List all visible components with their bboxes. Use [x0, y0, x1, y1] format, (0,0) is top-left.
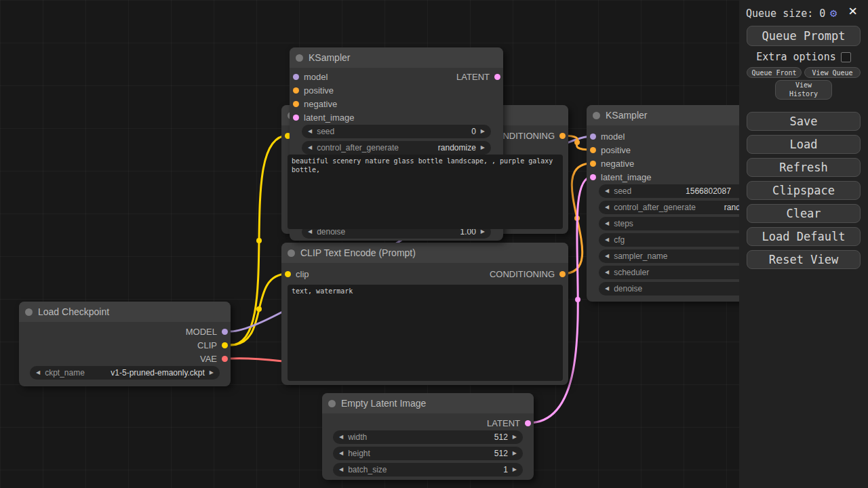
vae-output-port[interactable]: VAE — [200, 352, 228, 365]
negative-input-port[interactable]: negative — [590, 157, 634, 170]
port-label: MODEL — [186, 327, 217, 337]
queue-prompt-button[interactable]: Queue Prompt — [747, 26, 861, 46]
extra-options-row: Extra options — [747, 51, 861, 63]
widget-value: 1 — [503, 465, 508, 474]
load-button[interactable]: Load — [747, 135, 861, 154]
latent-port-dot[interactable] — [494, 74, 500, 80]
settings-gear-icon[interactable]: ⚙ — [830, 6, 837, 20]
latent-output-port[interactable]: LATENT — [456, 70, 500, 83]
widget-label: control_after_generate — [614, 203, 696, 212]
reset-view-button[interactable]: Reset View — [747, 250, 861, 269]
node-titlebar[interactable]: KSampler — [290, 47, 503, 68]
model-output-port[interactable]: MODEL — [186, 325, 228, 338]
decrement-arrow-icon[interactable]: ◀ — [605, 221, 609, 226]
conditioning-output-port[interactable]: CONDITIONING — [490, 267, 566, 281]
collapse-dot-icon[interactable] — [593, 112, 600, 119]
latent-image-input-port[interactable]: latent_image — [590, 170, 651, 184]
clip-text-encode-negative-node[interactable]: CLIP Text Encode (Prompt) clip CONDITION… — [281, 243, 568, 385]
increment-arrow-icon[interactable]: ▶ — [481, 145, 485, 150]
collapse-dot-icon[interactable] — [288, 249, 295, 257]
positive-input-port[interactable]: positive — [293, 83, 334, 97]
model-input-port[interactable]: model — [293, 70, 328, 83]
refresh-button[interactable]: Refresh — [747, 158, 861, 177]
widget-label: width — [348, 432, 367, 442]
node-title: CLIP Text Encode (Prompt) — [300, 247, 416, 258]
latent-output-port[interactable]: LATENT — [487, 416, 531, 430]
collapse-dot-icon[interactable] — [25, 308, 33, 316]
positive-port-dot[interactable] — [293, 87, 299, 94]
vae-port-dot[interactable] — [222, 356, 228, 362]
clip-port-dot[interactable] — [285, 271, 291, 277]
widget-label: cfg — [614, 235, 625, 245]
node-titlebar[interactable]: Load Checkpoint — [19, 302, 231, 322]
widget-label: sampler_name — [614, 251, 667, 261]
port-label: positive — [601, 145, 631, 155]
decrement-arrow-icon[interactable]: ◀ — [308, 229, 312, 235]
positive-port-dot[interactable] — [590, 147, 596, 153]
port-label: model — [304, 72, 328, 82]
conditioning-port-dot[interactable] — [559, 133, 566, 139]
collapse-dot-icon[interactable] — [296, 54, 303, 62]
increment-arrow-icon[interactable]: ▶ — [513, 434, 517, 440]
height-widget[interactable]: ◀ height 512 ▶ — [333, 447, 523, 460]
next-arrow-icon[interactable]: ▶ — [210, 370, 214, 375]
ckpt-name-widget[interactable]: ◀ ckpt_name v1-5-pruned-emaonly.ckpt ▶ — [30, 366, 220, 380]
prev-arrow-icon[interactable]: ◀ — [605, 253, 609, 259]
node-graph-canvas[interactable]: clip CONDITIONING KSampler model positiv… — [0, 0, 868, 488]
decrement-arrow-icon[interactable]: ◀ — [339, 434, 343, 440]
model-input-port[interactable]: model — [590, 129, 625, 143]
node-title: Empty Latent Image — [341, 398, 426, 409]
latent-port-dot[interactable] — [590, 174, 596, 180]
width-widget[interactable]: ◀ width 512 ▶ — [333, 430, 523, 444]
clear-button[interactable]: Clear — [747, 204, 861, 223]
empty-latent-image-node[interactable]: Empty Latent Image LATENT ◀ width 512 ▶ … — [322, 393, 534, 480]
load-default-button[interactable]: Load Default — [747, 227, 861, 246]
view-history-button[interactable]: View History — [775, 80, 832, 100]
increment-arrow-icon[interactable]: ▶ — [513, 451, 517, 456]
latent-port-dot[interactable] — [525, 420, 531, 426]
decrement-arrow-icon[interactable]: ◀ — [605, 205, 609, 210]
decrement-arrow-icon[interactable]: ◀ — [605, 286, 609, 291]
negative-prompt-textarea[interactable]: text, watermark — [288, 285, 563, 381]
node-titlebar[interactable]: CLIP Text Encode (Prompt) — [281, 243, 568, 263]
decrement-arrow-icon[interactable]: ◀ — [308, 129, 312, 134]
clipspace-button[interactable]: Clipspace — [747, 181, 861, 200]
port-label: CONDITIONING — [490, 269, 555, 279]
latent-port-dot[interactable] — [293, 115, 299, 121]
extra-options-checkbox[interactable] — [841, 52, 851, 62]
clip-input-port[interactable]: clip — [285, 267, 309, 281]
negative-port-dot[interactable] — [293, 101, 299, 107]
batch-size-widget[interactable]: ◀ batch_size 1 ▶ — [333, 463, 523, 476]
widget-label: seed — [317, 127, 334, 136]
view-queue-button[interactable]: View Queue — [804, 67, 861, 78]
conditioning-port-dot[interactable] — [559, 271, 566, 277]
queue-front-button[interactable]: Queue Front — [747, 67, 802, 78]
latent-image-input-port[interactable]: latent_image — [293, 110, 354, 124]
clip-output-port[interactable]: CLIP — [197, 338, 228, 352]
control-after-generate-widget[interactable]: ◀ control_after_generate randomize ▶ — [302, 141, 491, 155]
save-button[interactable]: Save — [747, 112, 861, 131]
positive-prompt-textarea[interactable]: beautiful scenery nature glass bottle la… — [288, 155, 563, 229]
model-port-dot[interactable] — [222, 329, 228, 335]
seed-widget[interactable]: ◀ seed 0 ▶ — [302, 125, 491, 138]
negative-port-dot[interactable] — [590, 161, 596, 167]
decrement-arrow-icon[interactable]: ◀ — [339, 451, 343, 456]
prev-arrow-icon[interactable]: ◀ — [36, 370, 40, 375]
collapse-dot-icon[interactable] — [328, 400, 336, 407]
decrement-arrow-icon[interactable]: ◀ — [605, 237, 609, 243]
increment-arrow-icon[interactable]: ▶ — [481, 129, 485, 134]
negative-input-port[interactable]: negative — [293, 97, 337, 110]
node-titlebar[interactable]: Empty Latent Image — [322, 393, 534, 413]
clip-port-dot[interactable] — [222, 342, 228, 348]
decrement-arrow-icon[interactable]: ◀ — [339, 467, 343, 472]
increment-arrow-icon[interactable]: ▶ — [481, 229, 485, 235]
load-checkpoint-node[interactable]: Load Checkpoint MODEL CLIP VAE ◀ ckpt_na… — [19, 302, 231, 386]
close-icon[interactable]: × — [848, 2, 857, 19]
decrement-arrow-icon[interactable]: ◀ — [605, 188, 609, 194]
positive-input-port[interactable]: positive — [590, 143, 631, 157]
model-port-dot[interactable] — [590, 134, 596, 140]
increment-arrow-icon[interactable]: ▶ — [513, 467, 517, 472]
model-port-dot[interactable] — [293, 74, 299, 80]
prev-arrow-icon[interactable]: ◀ — [605, 270, 609, 275]
decrement-arrow-icon[interactable]: ◀ — [308, 145, 312, 150]
